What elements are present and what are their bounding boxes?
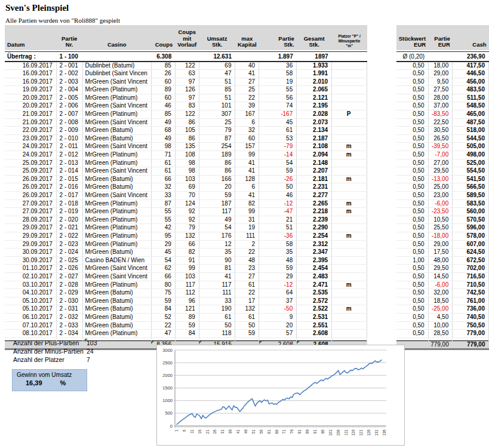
cell-partie-nr[interactable]: 2 - 014 xyxy=(56,167,82,176)
cell-partie-nr[interactable]: 2 - 011 xyxy=(56,143,82,151)
cell-stueckwert-eur[interactable]: 0,50 xyxy=(396,175,428,183)
cell-platzer[interactable] xyxy=(332,240,367,248)
cell-umsatz-stk[interactable]: 33 xyxy=(199,297,235,305)
cell-coups[interactable]: 87 xyxy=(151,200,175,208)
cell-max-kapital[interactable]: 60 xyxy=(235,134,259,143)
cell-cash[interactable]: 761,00 xyxy=(453,297,489,305)
cell-cash[interactable]: 544,50 xyxy=(453,134,489,143)
cell-partie-nr[interactable]: 2 - 008 xyxy=(56,118,82,127)
stat-minus-value[interactable]: 24 xyxy=(85,347,103,355)
cell-coups-vorlauf[interactable]: 135 xyxy=(175,143,199,151)
cell-gesamt-stk[interactable]: 2.265 xyxy=(297,200,332,208)
cell-max-kapital[interactable]: 61 xyxy=(235,281,259,289)
cell-platzer[interactable] xyxy=(332,224,367,232)
cell-coups-vorlauf[interactable]: 66 xyxy=(175,240,199,248)
cell-platzer[interactable] xyxy=(332,134,367,143)
cell-partie-eur[interactable]: 32,00 xyxy=(428,289,453,297)
total-cash[interactable]: 779,00 xyxy=(453,340,489,349)
cell-gesamt-stk[interactable]: 2.187 xyxy=(297,134,332,143)
cell-gesamt-stk[interactable]: 2.572 xyxy=(297,297,332,305)
cell-umsatz-stk[interactable]: 51 xyxy=(199,94,235,102)
header-platzer[interactable]: Platzer "P" / Minuspartie "m" xyxy=(332,25,367,50)
uebertrag-partie-stk[interactable]: 1.897 xyxy=(259,51,297,62)
cell-platzer[interactable]: m xyxy=(332,151,367,159)
cell-partie-stk[interactable]: 19 xyxy=(259,78,297,86)
cell-max-kapital[interactable]: 6 xyxy=(235,183,259,192)
cell-stueckwert-eur[interactable]: 0,50 xyxy=(396,240,428,248)
header-casino[interactable]: Casino xyxy=(82,25,151,50)
cell-partie-eur[interactable]: 37,00 xyxy=(428,102,453,111)
cell-casino[interactable]: MrGreen (Platinum) xyxy=(82,86,151,94)
cell-cash[interactable]: 624,50 xyxy=(453,248,489,257)
cell-partie-stk[interactable]: 20 xyxy=(259,321,297,330)
cell-stueckwert-eur[interactable]: 0,50 xyxy=(396,127,428,135)
cell-partie-stk[interactable]: 64 xyxy=(259,289,297,297)
cell-max-kapital[interactable]: 27 xyxy=(235,78,259,86)
cell-max-kapital[interactable]: 32 xyxy=(235,127,259,135)
cell-partie-eur[interactable]: 27,50 xyxy=(428,86,453,94)
cell-stueckwert-eur[interactable]: 0,50 xyxy=(396,78,428,86)
cell-umsatz-stk[interactable]: 51 xyxy=(199,78,235,86)
cell-umsatz-stk[interactable]: 307 xyxy=(199,111,235,119)
cell-coups-vorlauf[interactable]: 89 xyxy=(175,313,199,321)
cell-cash[interactable]: 417,50 xyxy=(453,62,489,70)
cell-partie-nr[interactable]: 2 - 025 xyxy=(56,256,82,265)
cell-coups[interactable]: 61 xyxy=(151,159,175,167)
cell-coups[interactable]: 29 xyxy=(151,240,175,248)
cell-umsatz-stk[interactable]: 49 xyxy=(199,216,235,224)
uebertrag-label[interactable]: Übertrag : xyxy=(5,51,56,62)
cell-umsatz-stk[interactable]: 87 xyxy=(199,134,235,143)
cell-coups-vorlauf[interactable]: 79 xyxy=(175,224,199,232)
cell-partie-stk[interactable]: 57 xyxy=(259,330,297,338)
cell-coups[interactable]: 33 xyxy=(151,192,175,200)
cell-umsatz-stk[interactable]: 12 xyxy=(199,240,235,248)
header-stueckwert-eur[interactable]: Stückwert EUR xyxy=(396,25,428,50)
cell-max-kapital[interactable]: 22 xyxy=(235,289,259,297)
cell-cash[interactable]: 710,50 xyxy=(453,281,489,289)
cell-umsatz-stk[interactable]: 85 xyxy=(199,86,235,94)
gewinn-vom-umsatz-box[interactable]: Gewinn vom Umsatz 16,39% xyxy=(12,369,87,391)
cell-umsatz-stk[interactable]: 254 xyxy=(199,143,235,151)
cell-cash[interactable]: 589,50 xyxy=(453,192,489,200)
cell-gesamt-stk[interactable]: 2.134 xyxy=(297,127,332,135)
cell-coups[interactable]: 85 xyxy=(151,111,175,119)
cell-partie-nr[interactable]: 2 - 034 xyxy=(56,330,82,338)
cell-coups-vorlauf[interactable]: 86 xyxy=(175,118,199,127)
cell-datum[interactable]: 04.10.2017 xyxy=(5,289,56,297)
cell-partie-nr[interactable]: 2 - 028 xyxy=(56,281,82,289)
cell-casino[interactable]: MrGreen (Batumi) xyxy=(82,297,151,305)
cell-umsatz-stk[interactable]: 47 xyxy=(199,70,235,78)
cell-platzer[interactable]: m xyxy=(332,143,367,151)
cell-partie-eur[interactable]: 30,50 xyxy=(428,127,453,135)
cell-partie-nr[interactable]: 2 - 024 xyxy=(56,248,82,257)
cell-gesamt-stk[interactable]: 2.277 xyxy=(297,192,332,200)
cell-datum[interactable]: 07.10.2017 xyxy=(5,321,56,330)
cell-stueckwert-eur[interactable]: 0,50 xyxy=(396,289,428,297)
cell-cash[interactable]: 525,00 xyxy=(453,159,489,167)
cell-umsatz-stk[interactable]: 111 xyxy=(199,289,235,297)
cell-umsatz-stk[interactable]: 187 xyxy=(199,200,235,208)
cell-partie-eur[interactable]: 27,00 xyxy=(428,159,453,167)
cell-partie-stk[interactable]: 48 xyxy=(259,256,297,265)
uebertrag-range[interactable]: 1 - 100 xyxy=(56,51,82,62)
cell-coups[interactable]: 84 xyxy=(151,305,175,314)
cell-casino[interactable]: MrGreen (Batumi) xyxy=(82,175,151,183)
cell-partie-stk[interactable]: 53 xyxy=(259,134,297,143)
cell-platzer[interactable]: m xyxy=(332,208,367,216)
cell-partie-eur[interactable]: -7,00 xyxy=(428,151,453,159)
cell-umsatz-stk[interactable]: 20 xyxy=(199,183,235,192)
cell-partie-eur[interactable]: -18,00 xyxy=(428,232,453,240)
cell-umsatz-stk[interactable]: 117 xyxy=(199,281,235,289)
cell-coups[interactable]: 60 xyxy=(151,78,175,86)
cell-cash[interactable]: 560,00 xyxy=(453,208,489,216)
cell-partie-stk[interactable]: 61 xyxy=(259,127,297,135)
cell-cash[interactable]: 702,00 xyxy=(453,265,489,273)
header-partie-stk[interactable]: Partie Stk. xyxy=(259,25,297,50)
cell-cash[interactable]: 518,00 xyxy=(453,127,489,135)
cell-stueckwert-eur[interactable]: 0,50 xyxy=(396,134,428,143)
cell-stueckwert-eur[interactable]: 0,50 xyxy=(396,208,428,216)
cell-gesamt-stk[interactable]: 2.148 xyxy=(297,159,332,167)
header-datum[interactable]: Datum xyxy=(5,25,56,50)
cell-gesamt-stk[interactable]: 2.395 xyxy=(297,256,332,265)
cell-partie-nr[interactable]: 2 - 006 xyxy=(56,102,82,111)
